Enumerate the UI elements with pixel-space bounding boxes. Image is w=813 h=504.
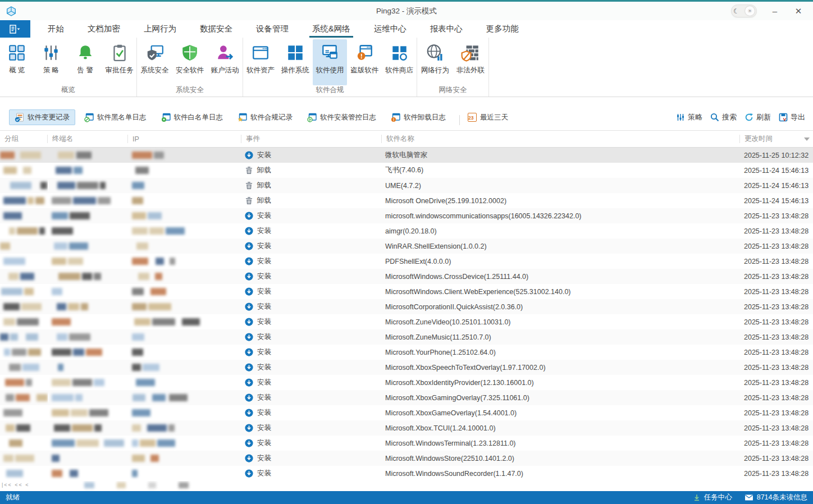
cell-ip — [128, 451, 241, 466]
cell-software-name: Microsoft.ZuneMusic(11.2510.7.0) — [382, 329, 740, 345]
column-header-终端名[interactable]: 终端名 — [48, 131, 128, 147]
column-header-更改时间[interactable]: 更改时间 — [740, 131, 813, 147]
cell-software-name: Microsoft.XboxIdentityProvider(12.130.16… — [382, 375, 740, 390]
filter-label: 软件合规记录 — [250, 113, 293, 122]
ribbon-button-盗版软件[interactable]: 盗版软件 — [347, 39, 382, 85]
ribbon-button-label: 盗版软件 — [350, 66, 378, 75]
cell-change-time: 2025-11-23 13:48:28 — [740, 345, 813, 360]
action-刷新[interactable]: 刷新 — [745, 109, 771, 125]
install-event-icon — [245, 439, 253, 447]
ribbon-button-系统安全[interactable]: 系统安全 — [138, 39, 172, 85]
table-row[interactable]: 安装Microsoft.XboxIdentityProvider(12.130.… — [0, 375, 813, 390]
ribbon-button-概览[interactable]: 概 览 — [0, 39, 34, 85]
ribbon-button-label: 软件资产 — [246, 66, 275, 75]
table-row[interactable]: 卸载Microsoft OneDrive(25.199.1012.0002)20… — [0, 193, 813, 208]
filter-软件安装管控日志[interactable]: 软件安装管控日志 — [302, 109, 382, 125]
date-range-button[interactable]: 23 最近三天 — [468, 109, 508, 125]
tab-报表中心[interactable]: 报表中心 — [418, 20, 474, 38]
blurred-data — [48, 394, 83, 402]
main-menu-button[interactable] — [0, 20, 30, 38]
table-row[interactable]: 卸载飞书(7.40.6)2025-11-24 15:46:13 — [0, 163, 813, 178]
refresh-icon — [745, 113, 753, 122]
table-row[interactable]: 安装MicrosoftWindows.Client.WebExperience(… — [0, 284, 813, 299]
tab-上网行为[interactable]: 上网行为 — [132, 20, 188, 38]
table-row[interactable]: 安装Microsoft.ZuneMusic(11.2510.7.0)2025-1… — [0, 329, 813, 345]
install-event-icon — [245, 378, 253, 387]
action-导出[interactable]: 导出 — [779, 109, 805, 125]
filter-软件卸载日志[interactable]: 软件卸载日志 — [385, 109, 451, 125]
table-row[interactable]: 安装微软电脑管家2025-11-25 10:12:32 — [0, 148, 813, 163]
filter-软件合规记录[interactable]: 软件合规记录 — [232, 109, 298, 125]
table-row[interactable]: 卸载UME(4.7.2)2025-11-24 15:46:13 — [0, 178, 813, 193]
tab-数据安全[interactable]: 数据安全 — [188, 20, 244, 38]
cell-ip — [128, 239, 241, 254]
table-row[interactable]: 安装Microsoft.WindowsStore(22510.1401.2.0)… — [0, 451, 813, 466]
column-header-软件名称[interactable]: 软件名称 — [382, 131, 740, 147]
table-row[interactable]: 安装Microsoft.ZuneVideo(10.25101.10031.0)2… — [0, 314, 813, 329]
ribbon-button-安全软件[interactable]: 安全软件 — [172, 39, 207, 85]
theme-toggle[interactable]: ☾ ☀ — [731, 4, 757, 17]
ribbon-button-非法外联[interactable]: 非法外联 — [453, 39, 488, 85]
unread-messages-button[interactable]: 8714条未读信息 — [745, 493, 807, 502]
cell-group — [0, 239, 48, 254]
table-row[interactable]: 安装microsoft.windowscommunicationsapps(16… — [0, 208, 813, 223]
filter-软件变更记录[interactable]: 软件变更记录 — [9, 109, 75, 125]
action-搜索[interactable]: 搜索 — [710, 109, 737, 125]
table-row[interactable]: 安装Microsoft.XboxSpeechToTextOverlay(1.97… — [0, 360, 813, 375]
cell-group — [0, 375, 48, 390]
blurred-data — [0, 349, 41, 356]
column-header-分组[interactable]: 分组 — [0, 131, 48, 147]
statusbar: 就绪 任务中心 8714条未读信息 — [0, 491, 813, 504]
ribbon-button-操作系统[interactable]: 操作系统 — [278, 39, 313, 85]
event-label: 安装 — [257, 347, 271, 357]
table-row[interactable]: 安装WinRAR.ShellExtension(1.0.0.2)2025-11-… — [0, 239, 813, 254]
cell-change-time: 2025-11-23 13:48:28 — [740, 405, 813, 420]
task-center-button[interactable]: 任务中心 — [693, 493, 732, 502]
tab-更多功能[interactable]: 更多功能 — [474, 20, 531, 38]
column-header-IP[interactable]: IP — [128, 131, 241, 147]
table-row[interactable]: 安装Microsoft.Xbox.TCUI(1.24.10001.0)2025-… — [0, 420, 813, 436]
message-icon — [745, 494, 753, 501]
column-header-事件[interactable]: 事件 — [241, 131, 382, 147]
table-row[interactable]: 安装aimgr(0.20.18.0)2025-11-23 13:48:28 — [0, 223, 813, 239]
tab-文档加密[interactable]: 文档加密 — [76, 20, 132, 38]
tab-运维中心[interactable]: 运维中心 — [362, 20, 418, 38]
filter-软件黑名单日志[interactable]: 软件黑名单日志 — [79, 109, 152, 125]
search-icon — [710, 113, 719, 122]
tab-开始[interactable]: 开始 — [36, 20, 76, 38]
table-row[interactable]: 安装MicrosoftWindows.CrossDevice(1.25111.4… — [0, 269, 813, 284]
filter-软件白名单日志[interactable]: 软件白名单日志 — [156, 109, 229, 125]
minimize-button[interactable]: – — [769, 7, 780, 15]
cell-event: 安装 — [241, 375, 382, 390]
table-row[interactable]: 安装Microsoft.XboxGameOverlay(1.54.4001.0)… — [0, 405, 813, 420]
cell-change-time: 2025-11-23 13:48:28 — [740, 284, 813, 299]
cell-ip — [128, 148, 241, 163]
ribbon-button-软件使用[interactable]: 软件使用 — [313, 39, 348, 85]
titlebar: Ping32 - 演示模式 ☾ ☀ – ✕ — [0, 2, 813, 20]
filter-buttons: 软件变更记录软件黑名单日志软件白名单日志软件合规记录软件安装管控日志软件卸载日志 — [9, 109, 451, 125]
ribbon-button-审批任务[interactable]: 审批任务 — [102, 39, 136, 85]
table-row[interactable]: 安装Microsoft.WindowsTerminal(1.23.12811.0… — [0, 436, 813, 451]
ribbon-button-策略[interactable]: 策 略 — [34, 39, 68, 85]
tab-系统&网络[interactable]: 系统&网络 — [300, 20, 362, 38]
toolbar-actions: 策略搜索刷新导出 — [676, 109, 805, 125]
approval-clipboard-icon — [110, 43, 129, 62]
ribbon-button-告警[interactable]: 告 警 — [68, 39, 103, 85]
tab-设备管理[interactable]: 设备管理 — [244, 20, 300, 38]
ribbon-button-账户活动[interactable]: 账户活动 — [208, 39, 243, 85]
ribbon-button-网络行为[interactable]: 网络行为 — [418, 39, 453, 85]
ribbon-group-label: 网络安全 — [417, 85, 488, 95]
column-options-icon[interactable] — [804, 138, 810, 141]
table-row[interactable]: 安装MicrosoftCorporationII.QuickAssist(2.0… — [0, 299, 813, 314]
table-row[interactable]: 安装Microsoft.WindowsSoundRecorder(1.1.47.… — [0, 466, 813, 481]
table-row[interactable]: 安装Microsoft.YourPhone(1.25102.64.0)2025-… — [0, 345, 813, 360]
install-event-icon — [245, 257, 253, 265]
action-策略[interactable]: 策略 — [676, 109, 702, 125]
ribbon-button-软件资产[interactable]: 软件资产 — [243, 39, 278, 85]
blurred-data — [0, 364, 39, 372]
table-row[interactable]: 安装Microsoft.XboxGamingOverlay(7.325.1106… — [0, 390, 813, 405]
table-row[interactable]: 安装PDFShellExt(4.0.0.0)2025-11-23 13:48:2… — [0, 254, 813, 269]
cell-ip — [128, 360, 241, 375]
ribbon-button-软件商店[interactable]: 软件商店 — [382, 39, 417, 85]
close-button[interactable]: ✕ — [793, 7, 804, 15]
